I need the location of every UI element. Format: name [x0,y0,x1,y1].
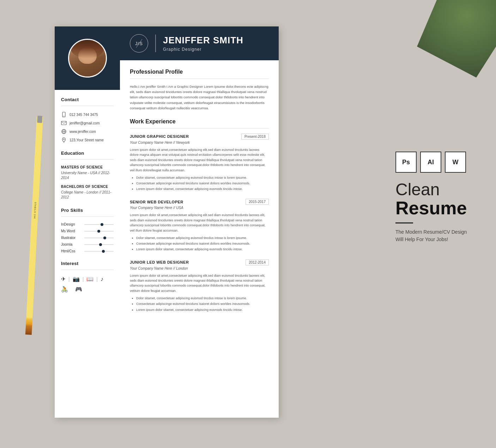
interests-section: Interest ✈ | 📷 | 📖 | ♪ 🚴 🎮 [61,261,114,293]
bullet-3-1: Dolor sitamet, consectetuer adipiscing e… [136,295,269,301]
tool-badges: Ps AI W [395,152,466,173]
skill-row-1: InDesign [61,222,114,226]
profile-divider [130,79,269,79]
sidebar-content: Contact 012 345 744 3475 jeniffer@gmail.… [55,90,120,307]
skill-row-3: Illustrator [61,236,114,240]
location-icon [61,137,67,143]
svg-rect-2 [61,121,66,125]
tool-badge-w: W [445,152,466,173]
skill-row-2: Ms Word [61,229,114,233]
skill-dot-3 [103,237,106,239]
work-company-3: Your Company Name Here // London [130,266,269,270]
bullet-2-2: Consectetuer adipiscinge euismod tincidu… [136,241,269,246]
music-icon: ♪ [101,276,103,282]
degree-2: BACHELORS OF SCIENCE [61,185,114,189]
work-entry-2: SENIOR WEB DEVELOPER 2015-2017 Your Comp… [130,199,269,252]
header-divider [155,35,156,52]
phone-text: 012 345 744 3475 [69,113,98,117]
skill-name-5: Html/Css [61,249,81,253]
interests-icons-row: ✈ | 📷 | 📖 | ♪ [61,276,114,282]
address-text: 123,Your Street name [69,138,104,142]
main-body: Professional Profile Hello,I Am jeniffer… [120,60,279,418]
bullet-2-1: Dolor sitamet, consectetuer adipiscing e… [136,235,269,241]
skill-name-2: Ms Word [61,229,81,233]
header-job-title: Graphic Designer [163,47,243,52]
work-date-2: 2015-2017 [246,199,269,205]
sidebar: Contact 012 345 744 3475 jeniffer@gmail.… [55,26,120,418]
globe-icon [61,129,67,134]
bullet-1-2: Consectetuer adipiscinge euismod tincidu… [136,180,269,186]
work-divider [130,128,269,129]
work-desc-3: Lorem ipsum dolor sit amet,consectetuer … [130,273,269,294]
contact-website-item: www.jeniffer.com [61,129,114,134]
degree-1: MASTERS OF SCIENCE [61,165,114,169]
camera-icon: 📷 [73,276,80,282]
contact-divider [61,106,114,106]
school-2: College Name - London // 2011-2012 [61,190,114,200]
bike-icon: 🚴 [61,286,68,293]
skill-name-4: Joomla [61,243,81,246]
contact-section: Contact 012 345 744 3475 jeniffer@gmail.… [61,97,114,143]
bullet-1-3: Lorem ipsum dolor sitamet, consectetuer … [136,186,269,192]
bullet-3-2: Consectetuer adipiscinge euismod tincidu… [136,301,269,307]
work-entry-3: JUNIOR LED WEB DESIGNER 2012-2014 Your C… [130,259,269,313]
skill-bar-1 [84,224,114,225]
work-desc-2: Lorem ipsum dolor sit amet,consectetuer … [130,213,269,233]
work-company-2: Your Company Name Here // USA [130,206,269,210]
header-name-block: JENIFFER SMITH Graphic Designer [163,35,243,52]
skill-dot-2 [97,230,100,233]
svg-point-6 [63,139,65,140]
contact-title: Contact [61,97,114,102]
bullet-1-1: Dolor sitamet, consectetuer adipiscing e… [136,175,269,180]
work-bullets-2: Dolor sitamet, consectetuer adipiscing e… [130,235,269,252]
avatar [68,39,107,78]
work-bullets-1: Dolor sitamet, consectetuer adipiscing e… [130,175,269,192]
work-date-1: Present-2018 [241,134,269,140]
tool-badge-ai: AI [420,152,441,173]
skill-bar-2 [84,231,114,232]
avatar-image [69,40,106,76]
promo-block: Ps AI W Clean Resume The Modern Resume/C… [395,152,473,243]
main-header: J/S JENIFFER SMITH Graphic Designer [120,26,279,60]
skill-bar-4 [84,244,114,245]
work-bullets-3: Dolor sitamet, consectetuer adipiscing e… [130,295,269,313]
website-text: www.jeniffer.com [69,130,96,134]
skills-divider [61,216,114,217]
interests-divider [61,270,114,270]
work-header-2: SENIOR WEB DEVELOPER 2015-2017 [130,199,269,205]
skill-name-3: Illustrator [61,236,81,240]
bullet-2-3: Lorem ipsum dolor sitamet, consectetuer … [136,246,269,252]
phone-icon [61,112,67,117]
education-entry-2: BACHELORS OF SCIENCE College Name - Lond… [61,185,114,200]
education-title: Education [61,151,114,156]
skills-section: Pro Skills InDesign Ms Word Illustrator … [61,208,114,253]
tool-ai-label: AI [428,159,434,166]
contact-email-item: jeniffer@gmail.com [61,120,114,126]
main-content: J/S JENIFFER SMITH Graphic Designer Prof… [120,26,279,418]
skill-dot-1 [101,223,103,226]
work-title-1: JUNIOR GRAPHIC DESIGNER [130,134,189,139]
skill-row-5: Html/Css [61,249,114,253]
work-date-3: 2012-2014 [246,259,269,265]
skill-bar-3 [84,238,114,238]
skill-bar-5 [84,251,114,252]
promo-rule [395,222,413,223]
education-entry-1: MASTERS OF SCIENCE University Name - USA… [61,165,114,180]
work-header-1: JUNIOR GRAPHIC DESIGNER Present-2018 [130,134,269,140]
resume-card: Contact 012 345 744 3475 jeniffer@gmail.… [55,26,279,418]
promo-tagline: The Modern Resume/CV Design Will Help Fo… [395,228,473,243]
work-header-3: JUNIOR LED WEB DESIGNER 2012-2014 [130,259,269,265]
pencil-brand-text: STABILO 24K [34,202,37,208]
tool-ps-label: Ps [402,159,410,166]
gamepad-icon: 🎮 [75,286,82,293]
email-text: jeniffer@gmail.com [69,121,100,125]
interests-icons-row-2: 🚴 🎮 [61,286,114,293]
contact-phone-item: 012 345 744 3475 [61,112,114,117]
promo-headline2: Resume [395,198,467,218]
education-divider [61,159,114,160]
header-name: JENIFFER SMITH [163,35,243,46]
school-1: University Name - USA // 2012-2014 [61,171,114,180]
work-title-3: JUNIOR LED WEB DESIGNER [130,260,189,264]
work-company-1: Your Company Name Here // Newyork [130,141,269,145]
sidebar-header [55,26,120,90]
